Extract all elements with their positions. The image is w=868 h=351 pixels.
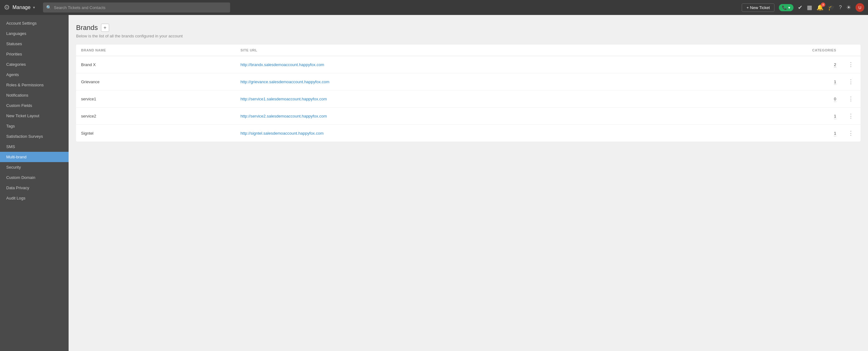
row-actions-cell: ⋮	[841, 107, 861, 125]
sidebar-item-multi-brand[interactable]: Multi-brand	[0, 152, 69, 162]
kebab-menu-button[interactable]: ⋮	[846, 77, 856, 86]
brands-table: BRAND NAME SITE URL CATEGORIES Brand X h…	[76, 44, 861, 141]
site-url-link[interactable]: http://service2.salesdemoaccount.happyfo…	[240, 114, 327, 119]
columns-icon[interactable]: ▦	[807, 4, 812, 11]
sidebar-item-security[interactable]: Security	[0, 162, 69, 172]
sidebar-item-account-settings[interactable]: Account Settings	[0, 18, 69, 28]
kebab-menu-button[interactable]: ⋮	[846, 61, 856, 69]
brand-name-cell: service2	[76, 107, 236, 125]
brightness-icon[interactable]: ☀	[846, 4, 851, 11]
row-actions-cell: ⋮	[841, 125, 861, 142]
sidebar-item-data-privacy[interactable]: Data Privacy	[0, 183, 69, 193]
categories-value: 1	[834, 131, 836, 136]
categories-count-cell: 2	[686, 56, 841, 73]
site-url-cell[interactable]: http://service1.salesdemoaccount.happyfo…	[236, 90, 686, 107]
table-row: service2 http://service2.salesdemoaccoun…	[76, 107, 861, 125]
sidebar-item-sms[interactable]: SMS	[0, 141, 69, 152]
main-content: Brands + Below is the list of all the br…	[69, 15, 868, 351]
site-url-cell[interactable]: http://grievance.salesdemoaccount.happyf…	[236, 73, 686, 90]
app-name: Manage	[12, 5, 31, 10]
col-actions	[841, 44, 861, 56]
table-header-row: BRAND NAME SITE URL CATEGORIES	[76, 44, 861, 56]
sidebar-item-tags[interactable]: Tags	[0, 121, 69, 131]
table-row: Brand X http://brandx.salesdemoaccount.h…	[76, 56, 861, 73]
table-row: service1 http://service1.salesdemoaccoun…	[76, 90, 861, 107]
sidebar-item-statuses[interactable]: Statuses	[0, 39, 69, 49]
site-url-link[interactable]: http://signtel.salesdemoaccount.happyfox…	[240, 131, 323, 136]
kebab-menu-button[interactable]: ⋮	[846, 95, 856, 103]
row-actions-cell: ⋮	[841, 90, 861, 107]
sidebar-item-agents[interactable]: Agents	[0, 69, 69, 80]
new-ticket-button[interactable]: + New Ticket	[742, 3, 774, 12]
sidebar-item-priorities[interactable]: Priorities	[0, 49, 69, 59]
sidebar-item-satisfaction-surveys[interactable]: Satisfaction Surveys	[0, 131, 69, 141]
page-title: Brands	[76, 24, 98, 32]
col-brand-name: BRAND NAME	[76, 44, 236, 56]
categories-value: 2	[834, 62, 836, 68]
brands-header: Brands +	[76, 24, 861, 32]
kebab-menu-button[interactable]: ⋮	[846, 129, 856, 137]
notifications-icon[interactable]: 🔔 4	[816, 4, 824, 11]
brand-name-cell: service1	[76, 90, 236, 107]
site-url-cell[interactable]: http://brandx.salesdemoaccount.happyfox.…	[236, 56, 686, 73]
sidebar-item-notifications[interactable]: Notifications	[0, 90, 69, 100]
page-subtitle: Below is the list of all the brands conf…	[76, 34, 861, 38]
chevron-down-icon[interactable]: ▾	[33, 5, 35, 10]
sidebar-item-roles-permissions[interactable]: Roles & Permissions	[0, 80, 69, 90]
categories-value: 1	[834, 79, 836, 85]
search-icon: 🔍	[46, 5, 52, 10]
table-row: Grievance http://grievance.salesdemoacco…	[76, 73, 861, 90]
kebab-menu-button[interactable]: ⋮	[846, 112, 856, 120]
table-row: Signtel http://signtel.salesdemoaccount.…	[76, 125, 861, 142]
add-brand-button[interactable]: +	[101, 24, 109, 32]
col-categories: CATEGORIES	[686, 44, 841, 56]
notification-badge: 4	[821, 2, 825, 7]
categories-value: 0	[834, 97, 836, 102]
col-site-url: SITE URL	[236, 44, 686, 56]
categories-count-cell: 1	[686, 125, 841, 142]
site-url-link[interactable]: http://brandx.salesdemoaccount.happyfox.…	[240, 62, 324, 67]
checkmark-icon[interactable]: ✔	[798, 4, 803, 11]
site-url-link[interactable]: http://grievance.salesdemoaccount.happyf…	[240, 79, 329, 84]
categories-count-cell: 0	[686, 90, 841, 107]
categories-count-cell: 1	[686, 107, 841, 125]
categories-value: 1	[834, 114, 836, 119]
app-branding: ⚙ Manage ▾	[4, 3, 35, 11]
site-url-cell[interactable]: http://signtel.salesdemoaccount.happyfox…	[236, 125, 686, 142]
grad-cap-icon[interactable]: 🎓	[828, 4, 835, 11]
sidebar: Account Settings Languages Statuses Prio…	[0, 15, 69, 351]
search-bar[interactable]: 🔍	[43, 2, 230, 12]
topbar-actions: + New Ticket 📞 ▾ ✔ ▦ 🔔 4 🎓 ? ☀ U	[742, 3, 864, 12]
sidebar-item-custom-domain[interactable]: Custom Domain	[0, 172, 69, 183]
brand-name-cell: Signtel	[76, 125, 236, 142]
chevron-icon: ▾	[788, 5, 790, 10]
phone-icon: 📞	[782, 5, 787, 10]
gear-icon: ⚙	[4, 3, 10, 11]
sidebar-item-new-ticket-layout[interactable]: New Ticket Layout	[0, 111, 69, 121]
brand-name-cell: Grievance	[76, 73, 236, 90]
search-input[interactable]	[54, 5, 227, 10]
topbar: ⚙ Manage ▾ 🔍 + New Ticket 📞 ▾ ✔ ▦ 🔔 4 🎓 …	[0, 0, 868, 15]
phone-button[interactable]: 📞 ▾	[779, 4, 794, 11]
sidebar-item-custom-fields[interactable]: Custom Fields	[0, 100, 69, 111]
row-actions-cell: ⋮	[841, 56, 861, 73]
brand-name-cell: Brand X	[76, 56, 236, 73]
avatar[interactable]: U	[856, 3, 864, 12]
sidebar-item-audit-logs[interactable]: Audit Logs	[0, 193, 69, 203]
sidebar-item-categories[interactable]: Categories	[0, 59, 69, 69]
row-actions-cell: ⋮	[841, 73, 861, 90]
sidebar-item-languages[interactable]: Languages	[0, 28, 69, 39]
question-icon[interactable]: ?	[839, 5, 842, 10]
site-url-cell[interactable]: http://service2.salesdemoaccount.happyfo…	[236, 107, 686, 125]
categories-count-cell: 1	[686, 73, 841, 90]
site-url-link[interactable]: http://service1.salesdemoaccount.happyfo…	[240, 97, 327, 101]
